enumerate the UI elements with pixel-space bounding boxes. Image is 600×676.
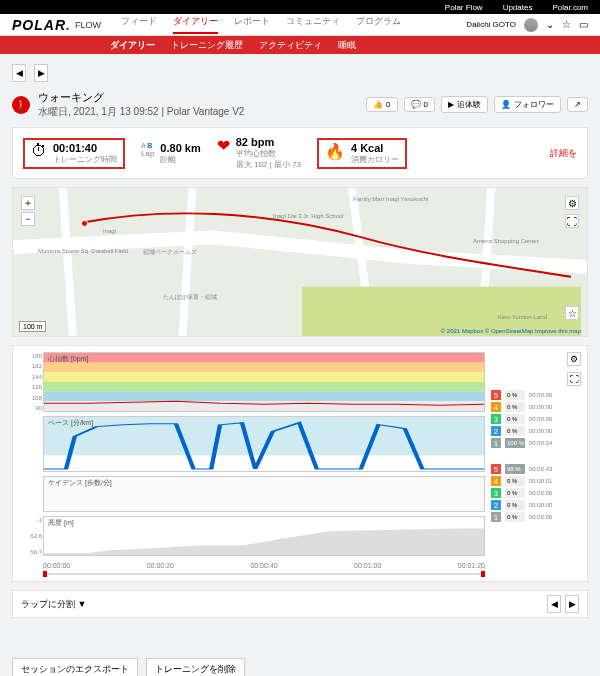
comment-button[interactable]: 💬 0 (404, 97, 435, 112)
pace-chart[interactable]: ペース [分/km] (43, 416, 485, 472)
zone-number: 1 (491, 512, 501, 522)
zone-number: 3 (491, 414, 501, 424)
kcal-value: 4 Kcal (351, 142, 399, 154)
zone-row: 5 0 % 00:00:00 (491, 390, 581, 400)
subnav-history[interactable]: トレーニング履歴 (171, 39, 243, 52)
zone-row: 2 0 % 00:00:00 (491, 500, 581, 510)
updates-link[interactable]: Updates (503, 3, 533, 12)
svg-rect-3 (44, 363, 484, 373)
session-header: ◀ ▶ (12, 64, 588, 82)
lap-prev-button[interactable]: ◀ (547, 595, 561, 613)
share-button[interactable]: ↗ (567, 97, 588, 112)
user-name: Daiichi GOTO (466, 20, 516, 29)
zone-percent: 0 % (505, 476, 525, 486)
zone-number: 4 (491, 476, 501, 486)
zone-row: 3 0 % 00:00:00 (491, 488, 581, 498)
zone-row: 4 0 % 00:00:01 (491, 476, 581, 486)
avatar[interactable] (524, 18, 538, 32)
zone-percent: 0 % (505, 426, 525, 436)
poi-ameria: Ameria Shopping Center (473, 238, 539, 244)
zone-percent: 0 % (505, 390, 525, 400)
zoom-in-button[interactable]: ＋ (21, 196, 35, 210)
chart-settings-button[interactable]: ⚙ (567, 352, 581, 366)
route-start-point (81, 220, 88, 227)
top-bar: Polar Flow Updates Polar.com (0, 0, 600, 14)
subnav-sleep[interactable]: 睡眠 (338, 39, 356, 52)
subnav-diary[interactable]: ダイアリー (110, 39, 155, 52)
subnav-activity[interactable]: アクティビティ (259, 39, 322, 52)
zone-percent: 0 % (505, 402, 525, 412)
star-icon[interactable]: ☆ (562, 19, 571, 30)
zone-percent: 98 % (505, 464, 525, 474)
zone-percent: 0 % (505, 512, 525, 522)
dropdown-icon[interactable]: ⌄ (546, 19, 554, 30)
sub-nav: ダイアリー トレーニング履歴 アクティビティ 睡眠 (0, 36, 600, 54)
lap-next-button[interactable]: ▶ (565, 595, 579, 613)
hr-zones-legend: 5 0 % 00:00:00 4 0 % 00:00:00 3 0 % 00:0… (491, 390, 581, 448)
delete-training-button[interactable]: トレーニングを削除 (146, 658, 245, 676)
svg-rect-2 (44, 353, 484, 363)
details-link[interactable]: 詳細を (550, 147, 577, 160)
stat-duration: ⏱ 00:01:40トレーニング時間 (23, 138, 125, 169)
map-favorite-button[interactable]: ☆ (565, 306, 579, 320)
flow-logo-text: FLOW (75, 20, 101, 30)
zone-row: 2 0 % 00:00:00 (491, 426, 581, 436)
relive-button[interactable]: ▶ 追体験 (441, 96, 488, 113)
heart-icon: ❤ (217, 136, 230, 155)
polar-com-link[interactable]: Polar.com (552, 3, 588, 12)
hr-chart[interactable]: 18016214412610890 心拍数 [bpm] (43, 352, 485, 412)
lap-split-dropdown[interactable]: ラップに分割 ▼ (21, 598, 86, 611)
map-settings-button[interactable]: ⚙ (565, 196, 579, 210)
prev-session-button[interactable]: ◀ (12, 64, 26, 82)
zoom-out-button[interactable]: － (21, 212, 35, 226)
nav-report[interactable]: レポート (234, 15, 270, 34)
duration-label: トレーニング時間 (53, 154, 117, 165)
chart-x-axis: 00:00:0000:00:2000:00:4000:01:0000:01:20 (43, 560, 485, 569)
devices-icon[interactable]: ▭ (579, 19, 588, 30)
flame-icon: 🔥 (325, 142, 345, 161)
kcal-label: 消費カロリー (351, 154, 399, 165)
export-session-button[interactable]: セッションのエクスポート (12, 658, 138, 676)
map-fullscreen-button[interactable]: ⛶ (565, 214, 579, 228)
zone-time: 00:00:00 (529, 416, 552, 422)
zone-row: 1 100 % 00:00:24 (491, 438, 581, 448)
zone-row: 3 0 % 00:00:00 (491, 414, 581, 424)
pace-chart-label: ペース [分/km] (48, 418, 93, 428)
svg-rect-6 (44, 392, 484, 402)
cadence-chart-label: ケイデンス [歩数/分] (48, 478, 112, 488)
chart-fullscreen-button[interactable]: ⛶ (567, 372, 581, 386)
nav-community[interactable]: コミュニティ (286, 15, 340, 34)
altitude-chart[interactable]: -162.656.7 高度 [m] (43, 516, 485, 556)
zone-row: 1 0 % 00:00:00 (491, 512, 581, 522)
polar-flow-link[interactable]: Polar Flow (445, 3, 483, 12)
duration-value: 00:01:40 (53, 142, 117, 154)
zone-percent: 0 % (505, 414, 525, 424)
zone-number: 1 (491, 438, 501, 448)
chart-range-slider[interactable] (43, 573, 485, 575)
hr-label: 平均心拍数 (236, 148, 301, 159)
zone-number: 2 (491, 426, 501, 436)
zone-time: 00:00:00 (529, 428, 552, 434)
stats-bar: ⏱ 00:01:40トレーニング時間 A B Lap 0.80 km距離 ❤ 8… (12, 127, 588, 179)
zone-percent: 100 % (505, 438, 525, 448)
zone-number: 2 (491, 500, 501, 510)
svg-marker-11 (44, 528, 484, 555)
next-session-button[interactable]: ▶ (34, 64, 48, 82)
hr-value: 82 bpm (236, 136, 301, 148)
nav-feed[interactable]: フィード (121, 15, 157, 34)
zone-number: 5 (491, 390, 501, 400)
zone-time: 00:00:00 (529, 514, 552, 520)
zone-time: 00:00:00 (529, 502, 552, 508)
like-button[interactable]: 👍 0 (366, 97, 397, 112)
zone-row: 4 0 % 00:00:00 (491, 402, 581, 412)
distance-label: 距離 (160, 154, 200, 165)
svg-rect-5 (44, 382, 484, 392)
nav-program[interactable]: プログラム (356, 15, 401, 34)
svg-rect-4 (44, 372, 484, 382)
poi-inagidai: Inagi Dai 3 Jr. High School (273, 213, 344, 219)
cadence-chart[interactable]: ケイデンス [歩数/分] (43, 476, 485, 512)
route-map[interactable]: Family Mart Inagi Yanokuchi Ameria Shopp… (12, 187, 588, 337)
charts-panel: 18016214412610890 心拍数 [bpm] ペース [分/km] ケ… (12, 345, 588, 582)
followers-button[interactable]: 👤 フォロワー (494, 96, 561, 113)
nav-diary[interactable]: ダイアリー (173, 15, 218, 34)
